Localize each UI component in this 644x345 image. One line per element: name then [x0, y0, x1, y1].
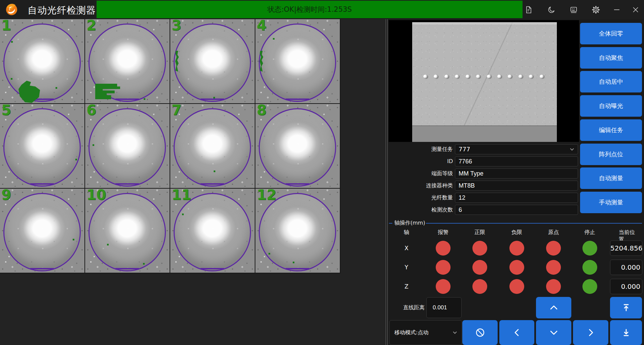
fiber-cell-8[interactable]: 8: [255, 104, 341, 189]
fiber-hole: [476, 75, 480, 78]
z-origin-indicator: [546, 279, 561, 294]
arrow-up-to-bar-icon: [621, 303, 631, 312]
fiber-endface-grid: 1 2 3 4 5 6 7 8 9: [0, 19, 341, 273]
fiber-endface-image: [259, 193, 336, 271]
line-distance-input[interactable]: [426, 297, 462, 318]
fiber-hole: [466, 75, 470, 78]
fiber-cell-1[interactable]: 1: [0, 19, 85, 104]
fiber-cell-9[interactable]: 9: [0, 189, 85, 273]
col-header-alarm: 报警: [438, 229, 449, 236]
z-stop-indicator: [582, 279, 597, 294]
fiber-cell-5[interactable]: 5: [0, 104, 85, 189]
detect-times-label: 检测次数: [390, 205, 453, 215]
edit-task-button[interactable]: 编辑任务: [580, 119, 642, 141]
jog-left-button[interactable]: [499, 320, 534, 345]
virtual-keyboard-icon[interactable]: [569, 5, 578, 14]
fiber-number: 4: [257, 19, 266, 33]
fiber-hole: [508, 75, 512, 78]
x-neg-limit-indicator: [509, 241, 524, 256]
fiber-cell-11[interactable]: 11: [170, 189, 255, 273]
detect-times-field[interactable]: [455, 205, 578, 215]
close-icon[interactable]: [631, 5, 640, 14]
z-position-field[interactable]: 0.000: [610, 279, 642, 294]
fiber-hole: [540, 75, 544, 78]
minimize-icon[interactable]: [612, 5, 621, 14]
fiber-cell-12[interactable]: 12: [255, 189, 341, 273]
fiber-hole: [497, 75, 501, 78]
jog-up-button[interactable]: [536, 297, 571, 318]
camera-image: [412, 22, 557, 142]
app-logo-icon: [5, 3, 18, 16]
task-dropdown[interactable]: 777: [455, 144, 578, 154]
x-alarm-indicator: [436, 241, 451, 256]
jog-to-bottom-button[interactable]: [610, 320, 642, 345]
x-position-field[interactable]: 5204.856: [610, 240, 642, 256]
file-icon[interactable]: [524, 5, 533, 14]
arrow-down-to-bar-icon: [621, 328, 631, 337]
endface-grade-label: 端面等级: [390, 168, 453, 179]
chevron-down-icon: [452, 330, 458, 335]
fiber-cell-4[interactable]: 4: [255, 19, 341, 104]
jog-right-button[interactable]: [573, 320, 608, 345]
col-header-pos-limit: 正限: [474, 229, 485, 236]
settings-icon[interactable]: [592, 5, 600, 14]
fiber-count-label: 光纤数量: [390, 193, 453, 203]
fiber-cell-3[interactable]: 3: [170, 19, 255, 104]
jog-down-button[interactable]: [536, 320, 571, 345]
chevron-up-icon: [549, 303, 559, 312]
chevron-down-icon: [549, 328, 559, 337]
fiber-endface-image: [174, 108, 251, 187]
axis-group-title: 轴操作(mm): [394, 220, 425, 227]
fiber-endface-image: [259, 24, 336, 102]
status-bar: 状态:OK|检测时间:1.253S: [97, 1, 523, 18]
connector-type-field[interactable]: [455, 181, 578, 191]
y-position-field[interactable]: 0.000: [610, 260, 642, 275]
y-stop-indicator: [582, 260, 597, 275]
fiber-cell-10[interactable]: 10: [85, 189, 170, 273]
fiber-hole: [444, 75, 449, 78]
fiber-endface-image: [88, 108, 166, 187]
stop-move-button[interactable]: [462, 320, 498, 345]
fiber-hole: [518, 75, 523, 78]
status-text: 状态:OK|检测时间:1.253S: [267, 5, 352, 14]
dark-mode-icon[interactable]: [547, 5, 556, 14]
fiber-number: 12: [257, 189, 276, 202]
col-header-stop: 停止: [584, 229, 595, 236]
z-alarm-indicator: [436, 279, 451, 294]
titlebar-icons: [524, 0, 644, 19]
auto-focus-button[interactable]: 自动聚焦: [580, 47, 642, 69]
fiber-cell-6[interactable]: 6: [85, 104, 170, 189]
connector-type-label: 连接器种类: [390, 181, 453, 191]
fiber-cell-2[interactable]: 2: [85, 19, 170, 104]
chevron-left-icon: [512, 328, 522, 337]
control-panel: 全体回零 自动聚焦 自动居中 自动曝光 编辑任务 阵列点位 自动测量 手动测量 …: [388, 19, 644, 345]
axis-z-label: Z: [404, 283, 408, 290]
manual-measure-button[interactable]: 手动测量: [580, 192, 642, 213]
auto-measure-button[interactable]: 自动测量: [580, 167, 642, 189]
fiber-hole: [455, 75, 459, 78]
id-field[interactable]: [455, 156, 578, 166]
fiber-cell-7[interactable]: 7: [170, 104, 255, 189]
fiber-hole: [529, 75, 533, 78]
axis-x-label: X: [404, 245, 408, 252]
auto-center-button[interactable]: 自动居中: [580, 71, 642, 92]
chevron-right-icon: [586, 328, 596, 337]
move-mode-dropdown[interactable]: 移动模式:点动: [389, 320, 462, 345]
fiber-hole: [423, 75, 427, 78]
array-points-button[interactable]: 阵列点位: [580, 144, 642, 165]
auto-exposure-button[interactable]: 自动曝光: [580, 95, 642, 117]
x-pos-limit-indicator: [472, 241, 487, 256]
fiber-endface-image: [88, 193, 166, 271]
endface-grade-field[interactable]: [455, 168, 578, 179]
fiber-endface-image: [259, 108, 336, 187]
fiber-count-field[interactable]: [455, 193, 578, 203]
app-title: 自动光纤检测器: [28, 4, 96, 17]
fiber-endface-image: [174, 24, 251, 102]
fiber-number: 2: [86, 19, 96, 33]
jog-to-top-button[interactable]: [610, 297, 642, 318]
home-all-button[interactable]: 全体回零: [580, 23, 642, 44]
panel-splitter[interactable]: [385, 19, 388, 345]
fiber-number: 1: [1, 19, 11, 33]
axis-y-label: Y: [405, 264, 408, 271]
line-distance-label: 直线距离: [391, 303, 425, 313]
